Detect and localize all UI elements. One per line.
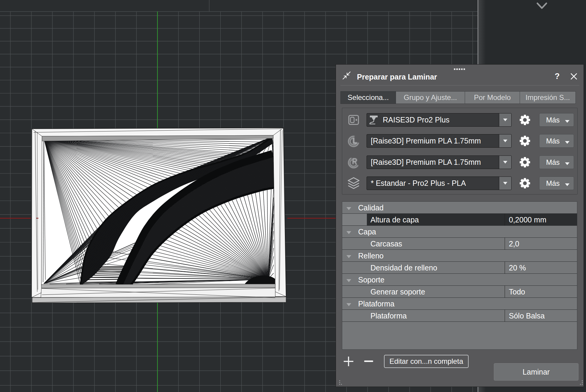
selector-value: * Estandar - Pro2 Plus - PLA <box>367 179 466 188</box>
more-button-label: Más <box>546 116 560 124</box>
collapse-right-panel-button[interactable] <box>536 2 548 10</box>
dialog-title: Preparar para Laminar <box>357 73 437 81</box>
more-button[interactable]: Más <box>539 134 574 148</box>
combo-dropdown-button[interactable] <box>499 177 511 190</box>
tab-label: Grupo y Ajuste... <box>404 93 457 102</box>
combo-arrow-icon <box>503 139 508 143</box>
collapse-triangle-icon[interactable] <box>346 254 352 260</box>
slice-button[interactable]: Laminar <box>494 363 578 381</box>
tab-label: Selecciona... <box>348 93 389 102</box>
header-separator <box>340 85 579 86</box>
selector-combo[interactable]: [Raise3D] Premium PLA 1.75mm <box>367 134 512 148</box>
collapse-triangle-icon[interactable] <box>346 230 352 236</box>
combo-dropdown-button[interactable] <box>499 134 511 147</box>
more-button-label: Más <box>546 137 560 145</box>
settings-section-row[interactable]: Plataforma <box>342 298 577 310</box>
setting-value[interactable]: Todo <box>509 288 525 296</box>
column-divider <box>505 214 505 226</box>
chevron-down-icon <box>536 2 548 10</box>
setting-value[interactable]: 20 % <box>509 264 526 272</box>
settings-row[interactable]: Generar soporte Todo <box>342 286 577 298</box>
extruder-icon <box>368 115 380 125</box>
more-button-label: Más <box>546 158 560 167</box>
gear-button[interactable] <box>519 178 530 189</box>
tab-0[interactable]: Selecciona... <box>340 91 396 104</box>
help-button[interactable]: ? <box>553 72 561 81</box>
more-button[interactable]: Más <box>539 155 574 169</box>
tab-label: Impresión S... <box>525 93 570 102</box>
more-button[interactable]: Más <box>539 113 574 127</box>
more-arrow-icon <box>565 119 570 124</box>
selector-combo[interactable]: RAISE3D Pro2 Plus <box>367 113 512 127</box>
settings-section-row[interactable]: Relleno <box>342 250 577 262</box>
selector-groupbox: RAISE3D Pro2 Plus Más [Raise3D] Premium … <box>342 108 578 194</box>
setting-value[interactable]: Sólo Balsa <box>509 312 545 320</box>
setting-label: Altura de capa <box>370 216 419 224</box>
column-divider <box>505 310 505 322</box>
setting-label: Carcasas <box>370 240 402 248</box>
combo-arrow-icon <box>503 118 508 122</box>
combo-arrow-icon <box>503 182 508 185</box>
printer-icon <box>348 115 359 125</box>
close-button[interactable] <box>570 73 577 80</box>
remove-button[interactable] <box>364 360 373 362</box>
selector-row: [Raise3D] Premium PLA 1.75mm Más <box>342 155 578 169</box>
tab-label: Por Modelo <box>474 93 511 102</box>
selector-combo[interactable]: * Estandar - Pro2 Plus - PLA <box>367 176 512 190</box>
gear-button[interactable] <box>519 114 530 125</box>
setting-label: Plataforma <box>370 312 407 320</box>
selector-value: RAISE3D Pro2 Plus <box>380 116 449 124</box>
drag-handle-dots[interactable] <box>454 68 465 70</box>
setting-value[interactable]: 2,0 <box>509 240 519 248</box>
tab-3[interactable]: Impresión S... <box>520 91 576 104</box>
model-3d[interactable] <box>32 128 286 303</box>
settings-section-label: Plataforma <box>358 300 394 308</box>
filament-right-icon <box>347 156 360 169</box>
settings-section-row[interactable]: Capa <box>342 226 577 238</box>
setting-value[interactable]: 0,2000 mm <box>509 216 546 224</box>
more-arrow-icon <box>565 182 570 188</box>
selector-combo[interactable]: [Raise3D] Premium PLA 1.75mm <box>367 155 512 169</box>
settings-section-row[interactable]: Soporte <box>342 274 577 286</box>
dialog-tabs: Selecciona... Grupo y Ajuste... Por Mode… <box>340 91 576 104</box>
column-divider <box>505 286 505 298</box>
combo-dropdown-button[interactable] <box>499 156 511 169</box>
collapse-dialog-button[interactable] <box>343 71 351 80</box>
edit-full-config-button[interactable]: Editar con...n completa <box>384 355 469 368</box>
selector-value: [Raise3D] Premium PLA 1.75mm <box>367 158 481 167</box>
setting-label: Generar soporte <box>370 288 425 296</box>
selector-row: [Raise3D] Premium PLA 1.75mm Más <box>342 134 578 148</box>
settings-row[interactable]: Carcasas 2,0 <box>342 238 577 250</box>
settings-section-row[interactable]: Calidad <box>342 202 577 214</box>
resize-grip-left[interactable] <box>339 380 344 385</box>
tab-2[interactable]: Por Modelo <box>465 91 520 104</box>
collapse-triangle-icon[interactable] <box>346 278 352 284</box>
settings-row[interactable]: Altura de capa 0,2000 mm <box>342 214 577 226</box>
more-arrow-icon <box>565 140 570 145</box>
setting-label: Densidad de relleno <box>370 264 437 272</box>
selector-row: * Estandar - Pro2 Plus - PLA Más <box>342 176 578 190</box>
add-button[interactable] <box>343 356 354 366</box>
settings-row[interactable]: Plataforma Sólo Balsa <box>342 310 577 322</box>
collapse-triangle-icon[interactable] <box>346 302 352 308</box>
selector-value: [Raise3D] Premium PLA 1.75mm <box>367 137 481 145</box>
settings-section-label: Soporte <box>358 276 385 284</box>
gear-button[interactable] <box>519 135 530 146</box>
prepare-to-slice-dialog[interactable]: Preparar para Laminar ? Selecciona... Gr… <box>336 64 584 387</box>
gear-button[interactable] <box>519 157 530 168</box>
more-button[interactable]: Más <box>539 176 574 190</box>
collapse-triangle-icon[interactable] <box>346 206 352 212</box>
settings-table: Calidad Altura de capa 0,2000 mm Capa Ca… <box>342 201 577 350</box>
selector-row: RAISE3D Pro2 Plus Más <box>342 113 578 127</box>
column-divider <box>505 238 505 250</box>
settings-section-label: Capa <box>358 228 376 236</box>
resize-grip-right[interactable] <box>578 380 583 385</box>
settings-row[interactable]: Densidad de relleno 20 % <box>342 262 577 274</box>
combo-dropdown-button[interactable] <box>499 113 511 126</box>
collapse-arrows-icon <box>343 71 351 80</box>
application-window: Preparar para Laminar ? Selecciona... Gr… <box>0 0 586 392</box>
column-divider <box>505 262 505 274</box>
tab-1[interactable]: Grupo y Ajuste... <box>396 91 465 104</box>
settings-section-label: Relleno <box>358 252 384 260</box>
combo-arrow-icon <box>503 161 508 164</box>
